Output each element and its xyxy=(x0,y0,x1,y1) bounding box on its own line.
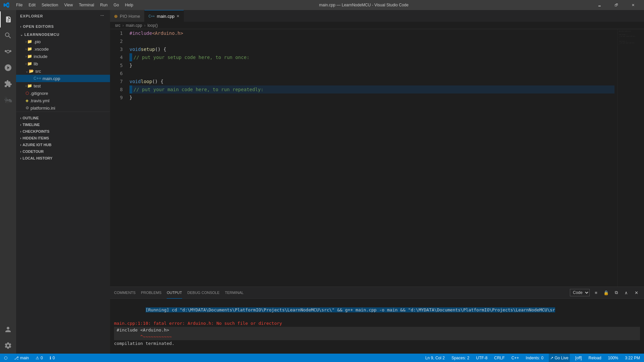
status-indents[interactable]: Indents: 0 xyxy=(524,354,545,362)
panel-tab-output[interactable]: OUTPUT xyxy=(167,287,182,299)
timeline-chevron: › xyxy=(20,123,21,127)
status-indentation[interactable]: Spaces: 2 xyxy=(450,354,471,362)
explorer-title: EXPLORER xyxy=(20,14,43,18)
minimize-button[interactable]: 🗕 xyxy=(592,0,607,10)
activity-explorer[interactable] xyxy=(0,11,16,27)
close-button[interactable]: ✕ xyxy=(625,0,641,10)
menu-go[interactable]: Go xyxy=(111,0,122,10)
panel-copy-button[interactable]: ⧉ xyxy=(612,289,620,296)
status-branch[interactable]: ⎇ main xyxy=(13,354,30,362)
main-cpp-label: main.cpp xyxy=(43,76,60,81)
menu-help[interactable]: Help xyxy=(122,0,136,10)
breadcrumb-src[interactable]: src xyxy=(115,23,120,28)
status-cursor-position[interactable]: Ln 9, Col 2 xyxy=(424,354,446,362)
tree-item-platformio-ini[interactable]: ⚙ platformio.ini xyxy=(16,104,110,112)
tree-item-vscode[interactable]: › 📁 .vscode xyxy=(16,45,110,53)
checkpoints-label: CHECKPOINTS xyxy=(22,129,49,133)
open-editors-section[interactable]: › OPEN EDITORS xyxy=(16,22,110,30)
panel-tab-problems[interactable]: PROBLEMS xyxy=(141,287,161,299)
tab-close-icon[interactable]: ✕ xyxy=(176,14,179,18)
panel-tab-comments[interactable]: COMMENTS xyxy=(114,287,136,299)
hidden-items-section[interactable]: › HIDDEN ITEMS xyxy=(16,135,110,141)
panel-clear-button[interactable]: ≡ xyxy=(592,289,600,296)
panel-output[interactable]: [Running] cd "d:\MYDATA\Documents\Platfo… xyxy=(110,299,644,354)
project-section[interactable]: ⌄ LEARNNODEMCU xyxy=(16,30,110,38)
panel-tab-debug[interactable]: DEBUG CONSOLE xyxy=(187,287,220,299)
activity-source-control[interactable] xyxy=(0,44,16,60)
menu-run[interactable]: Run xyxy=(98,0,110,10)
menu-file[interactable]: File xyxy=(13,0,25,10)
status-go-live[interactable]: ↗ Go Live xyxy=(549,354,570,362)
git-file-icon: ⬡ xyxy=(25,91,29,96)
menu-edit[interactable]: Edit xyxy=(26,0,38,10)
code-editor[interactable]: 1 2 3 4 5 6 7 8 9 #include <Arduino.h> v… xyxy=(110,29,644,287)
status-reload[interactable]: Reload xyxy=(587,354,603,362)
tree-item-gitignore[interactable]: ⬡ .gitignore xyxy=(16,89,110,97)
panel-close-button[interactable]: ✕ xyxy=(633,289,640,296)
panel-tab-terminal[interactable]: TERMINAL xyxy=(225,287,244,299)
status-encoding[interactable]: UTF-8 xyxy=(475,354,489,362)
indents-text: Indents: 0 xyxy=(526,356,543,360)
status-prettier[interactable]: [off] xyxy=(574,354,583,362)
project-chevron: ⌄ xyxy=(20,33,23,37)
status-line-ending[interactable]: CRLF xyxy=(493,354,506,362)
hidden-items-label: HIDDEN ITEMS xyxy=(22,136,49,140)
activity-extensions[interactable] xyxy=(0,76,16,92)
activity-accounts[interactable] xyxy=(0,321,16,338)
tree-item-travis-yml[interactable]: ◈ .travis.yml xyxy=(16,97,110,104)
panel-lock-button[interactable]: 🔒 xyxy=(602,289,610,296)
azure-iot-hub-section[interactable]: › AZURE IOT HUB xyxy=(16,141,110,148)
menu-view[interactable]: View xyxy=(61,0,75,10)
menu-selection[interactable]: Selection xyxy=(39,0,61,10)
files-icon xyxy=(4,15,12,23)
tree-item-test[interactable]: › 📁 test xyxy=(16,82,110,89)
breadcrumb-main-cpp[interactable]: main.cpp xyxy=(126,23,142,28)
project-label: LEARNNODEMCU xyxy=(24,33,59,37)
tree-item-include[interactable]: › 📁 include xyxy=(16,53,110,60)
codetour-label: CODETOUR xyxy=(22,149,44,154)
tree-item-lib[interactable]: › 📁 lib xyxy=(16,60,110,67)
warning-icon: ℹ xyxy=(50,356,51,360)
outline-section[interactable]: › OUTLINE xyxy=(16,115,110,121)
status-errors[interactable]: ⚠ 0 xyxy=(34,354,44,362)
vscode-logo-icon xyxy=(3,2,9,8)
status-remote[interactable]: ⬡ xyxy=(3,354,9,362)
codetour-section[interactable]: › CODETOUR xyxy=(16,148,110,155)
src-chevron: ⌄ xyxy=(25,69,28,73)
checkpoints-section[interactable]: › CHECKPOINTS xyxy=(16,128,110,135)
status-warnings[interactable]: ℹ 0 xyxy=(48,354,56,362)
activity-settings[interactable] xyxy=(0,338,16,354)
tab-main-cpp[interactable]: C++ main.cpp ✕ xyxy=(145,10,184,22)
new-file-button[interactable]: ⋯ xyxy=(99,12,106,20)
folder-icon: 📁 xyxy=(27,83,32,88)
menu-terminal[interactable]: Terminal xyxy=(76,0,97,10)
code-line-1: #include <Arduino.h> xyxy=(129,29,614,37)
code-line-3: void setup() { xyxy=(129,45,614,53)
window-title: main.cpp — LearnNodeMCU - Visual Studio … xyxy=(136,3,592,7)
tabs-bar: ⊕ PIO Home C++ main.cpp ✕ xyxy=(110,10,644,22)
tree-item-pio[interactable]: › 📁 .pio xyxy=(16,38,110,45)
output-terminated-line: compilation terminated. xyxy=(114,340,640,347)
tab-pio-home[interactable]: ⊕ PIO Home xyxy=(110,10,145,22)
output-source-dropdown[interactable]: Code xyxy=(570,289,590,296)
open-editors-chevron: › xyxy=(20,25,21,28)
timeline-section[interactable]: › TIMELINE xyxy=(16,121,110,128)
activity-platformio[interactable]: 🐜 xyxy=(0,92,16,108)
activity-search[interactable] xyxy=(0,27,16,44)
tree-item-main-cpp[interactable]: C++ main.cpp xyxy=(16,75,110,82)
panel-maximize-button[interactable]: ∧ xyxy=(623,289,630,296)
status-language[interactable]: C++ xyxy=(510,354,521,362)
maximize-button[interactable]: 🗗 xyxy=(608,0,624,10)
code-line-4: // put your setup code here, to run once… xyxy=(129,53,614,61)
tree-item-src[interactable]: ⌄ 📂 src xyxy=(16,67,110,75)
include-label: include xyxy=(34,54,47,59)
code-content[interactable]: #include <Arduino.h> void setup() { // p… xyxy=(127,29,617,287)
output-empty-line xyxy=(114,347,640,354)
local-history-section[interactable]: › LOCAL HISTORY xyxy=(16,155,110,162)
indentation-text: Spaces: 2 xyxy=(451,356,469,360)
status-zoom[interactable]: 100% xyxy=(607,354,620,362)
breadcrumb-loop[interactable]: loop() xyxy=(148,23,158,28)
title-bar: File Edit Selection View Terminal Run Go… xyxy=(0,0,644,10)
activity-run-debug[interactable] xyxy=(0,60,16,76)
code-line-2 xyxy=(129,37,614,45)
